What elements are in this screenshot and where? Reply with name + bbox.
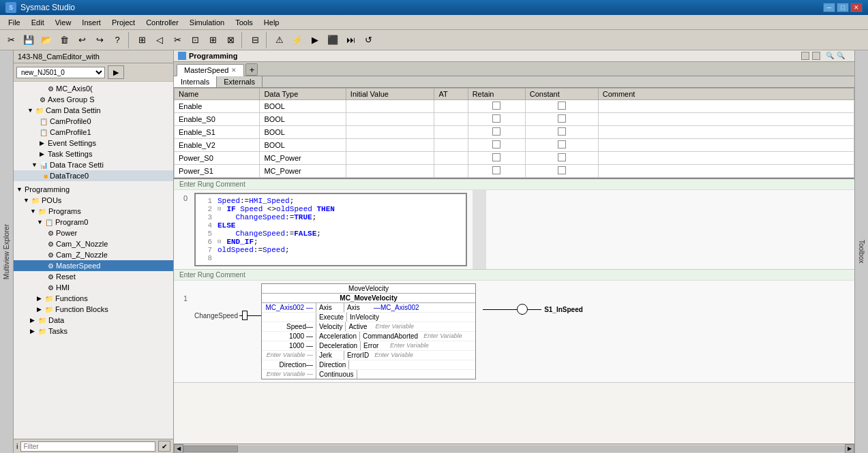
tree-item-cam-x[interactable]: ⚙ Cam_X_Nozzle <box>14 238 173 249</box>
expand-icon[interactable]: ▼ <box>23 197 30 204</box>
menu-view[interactable]: View <box>50 17 77 28</box>
expand-icon[interactable]: ▶ <box>30 317 37 324</box>
expand-icon[interactable]: ▶ <box>37 295 44 302</box>
expand-icon[interactable]: ▼ <box>31 161 38 168</box>
rung-1-comment[interactable]: Enter Rung Comment <box>174 270 854 281</box>
tree-item-cam-data[interactable]: ▼ 📁 Cam Data Settin <box>14 105 173 116</box>
toolbar-stop[interactable]: ⬛ <box>325 32 341 48</box>
menu-project[interactable]: Project <box>106 17 140 28</box>
toolbar-help[interactable]: ? <box>109 32 125 48</box>
tree-item-programming[interactable]: ▼ Programming <box>14 184 173 195</box>
tree-item-masterspeed[interactable]: ⚙ MasterSpeed <box>14 260 173 271</box>
toolbar-prog2[interactable]: ◁ <box>151 32 168 48</box>
tree-item-cam-profile1[interactable]: 📋 CamProfile1 <box>14 127 173 138</box>
toolbar-refresh[interactable]: ↺ <box>360 32 376 48</box>
menu-simulation[interactable]: Simulation <box>184 17 230 28</box>
toolbar-warn[interactable]: ⚠ <box>271 32 288 48</box>
cell-retain[interactable] <box>468 113 525 126</box>
tree-item-mc-axis0[interactable]: ⚙ MC_Axis0( <box>14 83 173 94</box>
search-icon[interactable]: 🔍 <box>826 52 834 60</box>
mv-function-block[interactable]: MoveVelocity MC_MoveVelocity MC_Axis002 … <box>261 283 476 379</box>
expand-icon[interactable]: ▼ <box>37 219 44 225</box>
project-selector[interactable]: new_NJ501_0 <box>16 67 105 78</box>
panel-maximize[interactable] <box>812 52 820 60</box>
toolbar-prog1[interactable]: ⊞ <box>134 32 150 48</box>
table-row[interactable]: Enable_V2 BOOL <box>175 139 854 152</box>
expand-icon[interactable]: ▼ <box>27 107 34 114</box>
tree-item-data[interactable]: ▶ 📁 Data <box>14 315 173 326</box>
rung-0-program[interactable]: 1 Speed:=HMI_Speed; 2 ⊟ IF Speed <>oldSp… <box>194 193 467 266</box>
toolbar-redo[interactable]: ↪ <box>91 32 108 48</box>
toolbar-prog4[interactable]: ⊡ <box>187 32 203 48</box>
maximize-button[interactable]: □ <box>837 3 849 12</box>
toolbar-prog6[interactable]: ⊠ <box>222 32 239 48</box>
filter-input[interactable] <box>20 441 155 452</box>
tree-item-hmi[interactable]: ⚙ HMI <box>14 282 173 293</box>
toolbar-cut[interactable]: ✂ <box>3 32 19 48</box>
tree-item-tasks[interactable]: ▶ 📁 Tasks <box>14 326 173 337</box>
expand-icon[interactable]: ▶ <box>30 328 37 334</box>
rung-0-scrollbar[interactable] <box>473 190 486 269</box>
filter-action-button[interactable]: ✔ <box>158 441 170 452</box>
rung-0-comment[interactable]: Enter Rung Comment <box>174 179 854 190</box>
tree-item-cam-z[interactable]: ⚙ Cam_Z_Nozzle <box>14 249 173 260</box>
tree-item-event-settings[interactable]: ▶ Event Settings <box>14 138 173 149</box>
tree-item-power[interactable]: ⚙ Power <box>14 228 173 238</box>
cell-constant[interactable] <box>525 165 598 178</box>
cell-constant[interactable] <box>525 139 598 152</box>
tree-item-reset[interactable]: ⚙ Reset <box>14 271 173 282</box>
menu-insert[interactable]: Insert <box>76 17 106 28</box>
toolbar-delete[interactable]: 🗑 <box>56 32 72 48</box>
expand-icon[interactable]: ▶ <box>40 151 46 157</box>
menu-controller[interactable]: Controller <box>140 17 184 28</box>
close-button[interactable]: ✕ <box>850 3 863 12</box>
tree-item-task-settings[interactable]: ▶ Task Settings <box>14 149 173 159</box>
tree-item-pous[interactable]: ▼ 📁 POUs <box>14 195 173 206</box>
tab-masterspeed[interactable]: MasterSpeed ✕ <box>177 64 244 76</box>
h-scrollbar[interactable]: ◀ ▶ <box>174 443 854 453</box>
table-row[interactable]: Enable BOOL <box>175 100 854 113</box>
tab-externals[interactable]: Externals <box>217 76 263 87</box>
scroll-left[interactable]: ◀ <box>174 444 183 454</box>
cell-retain[interactable] <box>468 152 525 165</box>
tree-item-cam-profile0[interactable]: 📋 CamProfile0 <box>14 116 173 127</box>
minimize-button[interactable]: ─ <box>823 3 835 12</box>
scroll-right[interactable]: ▶ <box>845 444 854 454</box>
table-row[interactable]: Power_S1 MC_Power <box>175 165 854 178</box>
table-row[interactable]: Enable_S0 BOOL <box>175 113 854 126</box>
toolbar-prog5[interactable]: ⊞ <box>205 32 221 48</box>
cell-retain[interactable] <box>468 165 525 178</box>
toolbar-undo[interactable]: ↩ <box>74 32 90 48</box>
cell-constant[interactable] <box>525 100 598 113</box>
toolbar-run[interactable]: ▶ <box>307 32 323 48</box>
toolbar-ladder[interactable]: ⊟ <box>247 32 263 48</box>
expand-icon[interactable]: ▼ <box>30 208 37 215</box>
toolbox-panel[interactable]: Toolbox <box>854 50 868 453</box>
cell-constant[interactable] <box>525 113 598 126</box>
tree-item-function-blocks[interactable]: ▶ 📁 Function Blocks <box>14 304 173 315</box>
collapse-btn-6[interactable]: ⊟ <box>218 238 221 246</box>
tree-item-functions[interactable]: ▶ 📁 Functions <box>14 293 173 304</box>
menu-file[interactable]: File <box>3 17 26 28</box>
add-tab-button[interactable]: + <box>245 63 258 76</box>
toolbar-open[interactable]: 📂 <box>38 32 55 48</box>
expand-icon[interactable]: ▶ <box>40 140 46 146</box>
toolbar-step[interactable]: ⏭ <box>342 32 359 48</box>
table-row[interactable]: Power_S0 MC_Power <box>175 152 854 165</box>
tree-nav-button[interactable]: ▶ <box>108 65 124 79</box>
tab-close-icon[interactable]: ✕ <box>231 67 237 74</box>
expand-icon[interactable]: ▼ <box>16 186 23 193</box>
cell-retain[interactable] <box>468 126 525 139</box>
tree-item-data-trace[interactable]: ▼ 📊 Data Trace Setti <box>14 159 173 170</box>
tree-item-programs[interactable]: ▼ 📁 Programs <box>14 206 173 217</box>
cell-constant[interactable] <box>525 126 598 139</box>
scroll-thumb[interactable] <box>183 446 238 452</box>
panel-minimize[interactable] <box>801 52 809 60</box>
cell-constant[interactable] <box>525 152 598 165</box>
tab-internals[interactable]: Internals <box>174 76 217 87</box>
toolbar-err[interactable]: ⚡ <box>289 32 305 48</box>
tree-item-datatrace0[interactable]: ■ DataTrace0 <box>14 170 173 181</box>
cell-retain[interactable] <box>468 100 525 113</box>
table-row[interactable]: Enable_S1 BOOL <box>175 126 854 139</box>
toolbar-prog3[interactable]: ✂ <box>169 32 185 48</box>
